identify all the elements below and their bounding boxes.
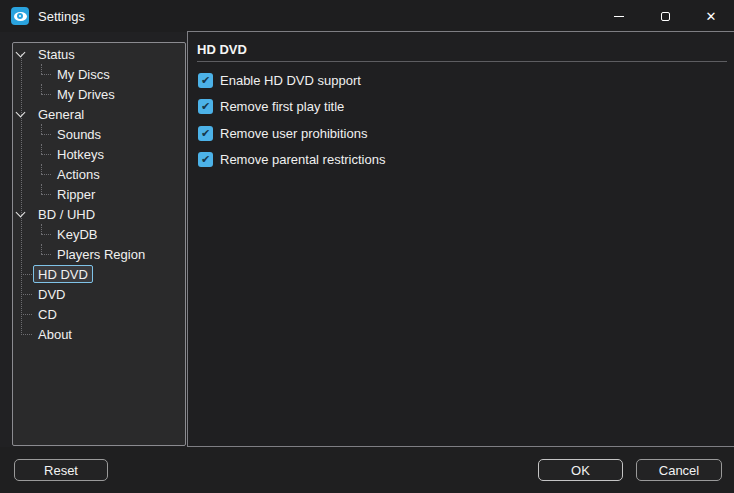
checkbox-label: Remove first play title xyxy=(220,99,344,114)
tree-item-general[interactable]: General xyxy=(13,104,185,124)
tree-item-cd[interactable]: CD xyxy=(13,304,185,324)
footer-bar: Reset OK Cancel xyxy=(0,447,734,493)
check-mark-icon: ✔ xyxy=(201,74,210,85)
window-title: Settings xyxy=(38,9,85,24)
checkbox-row-enable-hd-dvd-support[interactable]: ✔Enable HD DVD support xyxy=(198,72,385,88)
checkbox-list: ✔Enable HD DVD support✔Remove first play… xyxy=(198,72,385,178)
panel-separator xyxy=(197,61,727,62)
tree-item-label: My Drives xyxy=(52,85,120,103)
cancel-button[interactable]: Cancel xyxy=(636,459,722,481)
minimize-button[interactable] xyxy=(596,0,642,32)
app-icon xyxy=(11,7,29,25)
tree-item-keydb[interactable]: KeyDB xyxy=(13,224,185,244)
minimize-icon xyxy=(614,16,624,17)
ok-button[interactable]: OK xyxy=(538,459,623,481)
checkbox-checked-icon[interactable]: ✔ xyxy=(198,152,213,167)
tree-item-label: Actions xyxy=(52,165,105,183)
tree-item-hd-dvd[interactable]: HD DVD xyxy=(13,264,185,284)
tree-item-sounds[interactable]: Sounds xyxy=(13,124,185,144)
maximize-icon xyxy=(661,12,670,21)
maximize-button[interactable] xyxy=(642,0,688,32)
tree-item-status[interactable]: Status xyxy=(13,44,185,64)
checkbox-row-remove-parental-restrictions[interactable]: ✔Remove parental restrictions xyxy=(198,152,385,168)
tree-item-my-discs[interactable]: My Discs xyxy=(13,64,185,84)
tree-item-my-drives[interactable]: My Drives xyxy=(13,84,185,104)
page-title: HD DVD xyxy=(197,42,247,57)
chevron-down-icon[interactable] xyxy=(16,48,26,58)
tree-item-bd-uhd[interactable]: BD / UHD xyxy=(13,204,185,224)
tree-item-hotkeys[interactable]: Hotkeys xyxy=(13,144,185,164)
tree-item-ripper[interactable]: Ripper xyxy=(13,184,185,204)
tree-item-label: Players Region xyxy=(52,245,150,263)
eye-glint xyxy=(19,15,21,17)
tree-item-label: CD xyxy=(33,305,62,323)
tree-item-about[interactable]: About xyxy=(13,324,185,344)
window-controls: ✕ xyxy=(596,0,734,32)
checkbox-label: Remove user prohibitions xyxy=(220,126,367,141)
check-mark-icon: ✔ xyxy=(201,101,210,112)
tree-item-actions[interactable]: Actions xyxy=(13,164,185,184)
tree-item-label: Sounds xyxy=(52,125,106,143)
checkbox-checked-icon[interactable]: ✔ xyxy=(198,99,213,114)
tree-item-label: My Discs xyxy=(52,65,115,83)
close-button[interactable]: ✕ xyxy=(688,0,734,32)
checkbox-label: Enable HD DVD support xyxy=(220,73,361,88)
tree-item-dvd[interactable]: DVD xyxy=(13,284,185,304)
checkbox-row-remove-first-play-title[interactable]: ✔Remove first play title xyxy=(198,99,385,115)
checkbox-label: Remove parental restrictions xyxy=(220,152,385,167)
tree-item-label: HD DVD xyxy=(33,265,93,283)
tree-item-label: Ripper xyxy=(52,185,100,203)
checkbox-row-remove-user-prohibitions[interactable]: ✔Remove user prohibitions xyxy=(198,125,385,141)
tree-item-label: About xyxy=(33,325,77,343)
checkbox-checked-icon[interactable]: ✔ xyxy=(198,73,213,88)
tree-item-label: General xyxy=(33,105,89,123)
tree-item-label: Status xyxy=(33,45,80,63)
tree-item-label: BD / UHD xyxy=(33,205,100,223)
tree-item-players-region[interactable]: Players Region xyxy=(13,244,185,264)
check-mark-icon: ✔ xyxy=(201,127,210,138)
tree-item-label: KeyDB xyxy=(52,225,102,243)
close-icon: ✕ xyxy=(706,10,717,23)
checkbox-checked-icon[interactable]: ✔ xyxy=(198,126,213,141)
reset-button[interactable]: Reset xyxy=(14,459,108,481)
chevron-down-icon[interactable] xyxy=(16,108,26,118)
chevron-down-icon[interactable] xyxy=(16,208,26,218)
tree-item-label: Hotkeys xyxy=(52,145,109,163)
check-mark-icon: ✔ xyxy=(201,154,210,165)
title-bar: Settings ✕ xyxy=(0,0,734,32)
settings-tree: StatusMy DiscsMy DrivesGeneralSoundsHotk… xyxy=(12,42,186,446)
tree-item-label: DVD xyxy=(33,285,70,303)
settings-panel: HD DVD ✔Enable HD DVD support✔Remove fir… xyxy=(187,31,734,447)
